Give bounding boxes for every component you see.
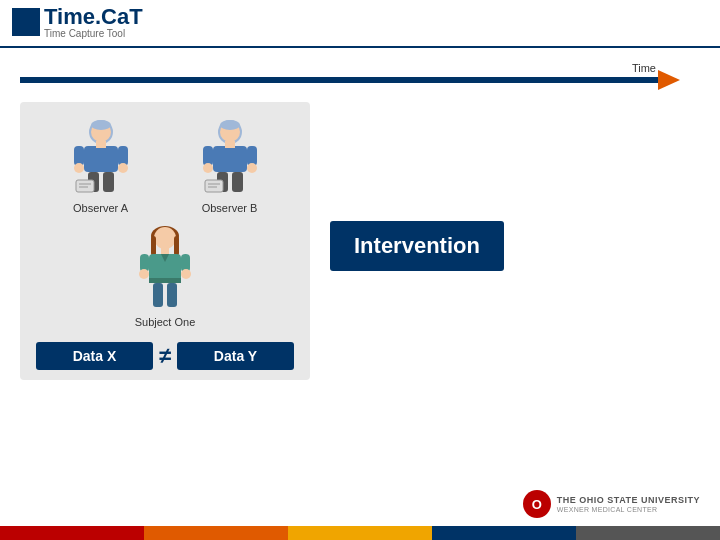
osu-logo: O The Ohio State University Wexner Medic… [523, 490, 700, 518]
osu-name-line1: The Ohio State University [557, 495, 700, 506]
subject-block: Subject One [135, 224, 196, 328]
observer-b-block: Observer B [195, 118, 265, 214]
app-subtitle: Time Capture Tool [44, 28, 143, 40]
svg-point-29 [154, 227, 176, 249]
svg-rect-40 [167, 283, 177, 307]
osu-name-line2: Wexner Medical Center [557, 506, 700, 513]
logo-block: Time.CaT Time Capture Tool [12, 6, 143, 40]
timeline-arrow-icon [658, 70, 680, 90]
svg-rect-25 [205, 180, 223, 192]
strip-2 [144, 526, 288, 540]
main-content: Observer A [20, 102, 700, 380]
svg-point-16 [220, 120, 240, 130]
svg-point-7 [118, 163, 128, 173]
data-x-button[interactable]: Data X [36, 342, 153, 370]
observer-a-label: Observer A [73, 202, 128, 214]
subject-figure [135, 224, 195, 312]
svg-point-37 [139, 269, 149, 279]
strip-4 [432, 526, 576, 540]
svg-point-20 [203, 163, 213, 173]
not-equal-icon: ≠ [159, 343, 171, 369]
timeline-label: Time [632, 62, 656, 74]
observer-panel: Observer A [20, 102, 310, 380]
svg-rect-31 [174, 236, 179, 256]
title-block: Time.CaT Time Capture Tool [44, 6, 143, 40]
observer-a-figure [66, 118, 136, 198]
observer-a-block: Observer A [66, 118, 136, 214]
bottom-strip [0, 526, 720, 540]
svg-rect-32 [161, 248, 169, 254]
app-title: Time.CaT [44, 6, 143, 28]
strip-5 [576, 526, 720, 540]
timeline: Time [20, 66, 700, 94]
data-buttons-row: Data X ≠ Data Y [36, 342, 294, 370]
svg-rect-11 [76, 180, 94, 192]
data-y-button[interactable]: Data Y [177, 342, 294, 370]
intervention-box: Intervention [330, 221, 504, 271]
strip-3 [288, 526, 432, 540]
osu-logo-inner: O The Ohio State University Wexner Medic… [523, 490, 700, 518]
timeline-line [20, 77, 660, 83]
svg-point-6 [74, 163, 84, 173]
svg-rect-34 [149, 278, 181, 283]
observers-row: Observer A [36, 118, 294, 214]
osu-text: The Ohio State University Wexner Medical… [557, 495, 700, 513]
subject-row: Subject One [36, 224, 294, 328]
subject-label: Subject One [135, 316, 196, 328]
strip-1 [0, 526, 144, 540]
svg-rect-24 [232, 172, 243, 192]
header: Time.CaT Time Capture Tool [0, 0, 720, 48]
svg-rect-30 [151, 236, 156, 256]
observer-b-label: Observer B [202, 202, 258, 214]
svg-rect-8 [96, 141, 106, 148]
svg-point-21 [247, 163, 257, 173]
osu-circle: O [523, 490, 551, 518]
svg-rect-22 [225, 141, 235, 148]
observer-b-figure [195, 118, 265, 198]
svg-rect-17 [213, 146, 247, 172]
svg-rect-39 [153, 283, 163, 307]
svg-rect-10 [103, 172, 114, 192]
logo-square [12, 8, 40, 36]
svg-point-2 [91, 120, 111, 130]
svg-rect-3 [84, 146, 118, 172]
svg-point-38 [181, 269, 191, 279]
